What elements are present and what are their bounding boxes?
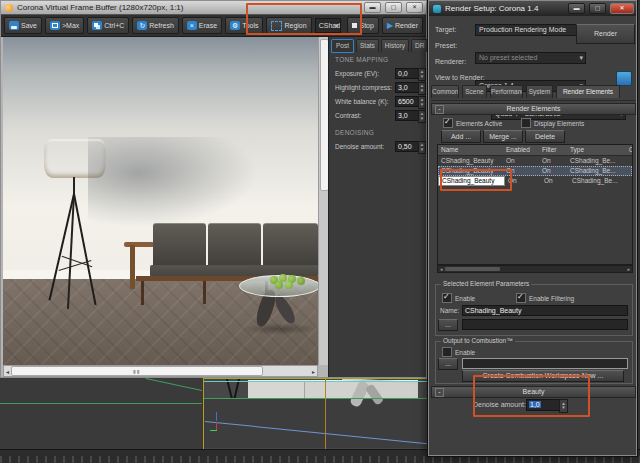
spinner[interactable]: ▲▼: [559, 399, 568, 413]
cell-type: CShading_Be...: [567, 156, 626, 166]
region-button[interactable]: Region: [266, 17, 311, 34]
elements-active-checkbox[interactable]: Elements Active: [443, 118, 502, 128]
h-scroll-thumb[interactable]: ▮▮: [11, 366, 263, 376]
tab-render-elements[interactable]: Render Elements: [556, 85, 620, 98]
display-elements-checkbox[interactable]: Display Elements: [521, 118, 584, 128]
image-horizontal-scrollbar[interactable]: ◂ ▮▮ ▸: [3, 365, 318, 377]
tab-stats[interactable]: Stats: [356, 39, 379, 52]
combustion-enable-checkbox[interactable]: Enable: [442, 347, 475, 357]
preset-select[interactable]: No preset selected: [475, 52, 586, 64]
enable-checkbox[interactable]: Enable: [442, 293, 475, 303]
spinner-down-icon[interactable]: ▼: [420, 148, 424, 153]
tab-scene[interactable]: Scene: [462, 85, 487, 98]
vfb-title: Corona Virtual Frame Buffer (1280x720px,…: [17, 3, 183, 12]
spinner[interactable]: ▲▼: [418, 110, 426, 123]
tab-system[interactable]: System: [526, 85, 553, 98]
checkbox-icon[interactable]: [443, 118, 453, 128]
delete-button[interactable]: Delete: [525, 130, 565, 143]
collapse-minus-icon[interactable]: -: [435, 105, 444, 114]
beauty-denoise-field[interactable]: 1,0: [526, 399, 562, 411]
col-output[interactable]: Ou: [626, 145, 632, 155]
checkbox-icon[interactable]: [521, 118, 531, 128]
send-to-max-button[interactable]: >Max: [45, 17, 84, 34]
combustion-path-field[interactable]: [462, 358, 628, 369]
maximize-icon[interactable]: ▢: [589, 3, 606, 14]
tab-label: System: [529, 88, 551, 95]
spinner[interactable]: ▲▼: [418, 96, 426, 109]
name-edit-field[interactable]: CShading_Beauty: [438, 176, 505, 186]
render-elements-rollout-header[interactable]: - Render Elements: [431, 103, 636, 115]
add-button[interactable]: Add ...: [441, 130, 481, 143]
image-vertical-scrollbar[interactable]: [318, 37, 328, 365]
cell-name: CShading_Beauty: [438, 166, 503, 176]
copy-button[interactable]: Ctrl+C: [87, 17, 129, 34]
spinner[interactable]: ▲▼: [418, 141, 426, 154]
spinner-down-icon[interactable]: ▼: [561, 406, 565, 411]
combustion-browse-button[interactable]: ...: [438, 358, 458, 370]
spinner-down-icon[interactable]: ▼: [420, 117, 424, 122]
col-name[interactable]: Name: [438, 145, 503, 155]
list-scroll-thumb[interactable]: [445, 267, 500, 271]
table-row-selected[interactable]: CShading_Beauty On On CShading_Be...: [438, 166, 632, 176]
maximize-icon[interactable]: ▢: [385, 2, 402, 13]
col-enabled[interactable]: Enabled: [503, 145, 539, 155]
tab-post[interactable]: Post: [331, 39, 354, 53]
table-row-editing[interactable]: CShading_Beauty On On CShading_Be...: [438, 176, 632, 186]
camera-viewport[interactable]: [203, 378, 432, 450]
merge-button[interactable]: Merge ...: [483, 130, 523, 143]
table-row[interactable]: CShading_Beauty On On CShading_Be...: [438, 156, 632, 166]
enable-filtering-checkbox[interactable]: Enable Filtering: [516, 293, 574, 303]
rs-render-button[interactable]: Render: [576, 24, 635, 44]
list-scrollbar[interactable]: ◂ ▸: [437, 265, 633, 273]
output-path-field[interactable]: [462, 319, 628, 330]
tools-button[interactable]: ⚙Tools: [225, 17, 263, 34]
spinner[interactable]: ▲▼: [418, 68, 426, 81]
tab-performance[interactable]: Performance: [490, 85, 523, 98]
scroll-right-icon[interactable]: ▸: [310, 368, 317, 375]
col-type[interactable]: Type: [567, 145, 626, 155]
tab-common[interactable]: Common: [431, 85, 459, 98]
tab-history[interactable]: History: [381, 39, 409, 52]
spinner-down-icon[interactable]: ▼: [420, 89, 424, 94]
tab-dr[interactable]: DR: [411, 39, 428, 52]
elements-list[interactable]: Name Enabled Filter Type Ou CShading_Bea…: [437, 144, 633, 265]
spinner-down-icon[interactable]: ▼: [420, 103, 424, 108]
element-name-field[interactable]: CShading_Beauty: [462, 305, 628, 316]
save-button[interactable]: Save: [4, 17, 42, 34]
save-icon: [9, 21, 19, 30]
add-label: Add ...: [451, 133, 471, 140]
minimize-icon[interactable]: ▬: [568, 3, 585, 14]
spinner[interactable]: ▲▼: [418, 82, 426, 95]
refresh-button[interactable]: ↻Refresh: [132, 17, 179, 34]
render-button[interactable]: ▶Render: [382, 17, 423, 34]
spinner-down-icon[interactable]: ▼: [420, 75, 424, 80]
cell-enabled: On: [503, 166, 539, 176]
denoising-header: DENOISING: [335, 129, 374, 136]
erase-button[interactable]: ×Erase: [182, 17, 222, 34]
close-icon[interactable]: ✕: [610, 3, 634, 14]
target-select[interactable]: Production Rendering Mode: [475, 24, 586, 36]
create-combustion-workspace-button[interactable]: Create Combustion Workspace Now ...: [462, 370, 624, 382]
minimize-icon[interactable]: ▬: [364, 2, 381, 13]
checkbox-icon[interactable]: [516, 293, 526, 303]
viewport-lock-icon[interactable]: [616, 71, 632, 86]
checkbox-icon[interactable]: [442, 347, 452, 357]
beauty-rollout-header[interactable]: - Beauty: [431, 386, 636, 398]
checkbox-icon[interactable]: [442, 293, 452, 303]
vfb-titlebar[interactable]: Corona Virtual Frame Buffer (1280x720px,…: [1, 1, 426, 14]
group-title: Output to Combustion™: [441, 337, 515, 344]
browse-button[interactable]: ...: [438, 319, 458, 331]
collapse-minus-icon[interactable]: -: [435, 388, 444, 397]
close-icon[interactable]: ✕: [406, 2, 423, 13]
scroll-left-icon[interactable]: ◂: [4, 368, 11, 375]
scroll-left-icon[interactable]: ◂: [438, 266, 445, 272]
render-image[interactable]: [3, 37, 318, 365]
scroll-right-icon[interactable]: ▸: [625, 266, 632, 272]
rs-titlebar[interactable]: Render Setup: Corona 1.4 ▬ ▢ ✕: [429, 1, 636, 16]
stop-button[interactable]: Stop: [347, 17, 378, 34]
group-title: Selected Element Parameters: [441, 280, 531, 287]
col-filter[interactable]: Filter: [539, 145, 567, 155]
left-viewport[interactable]: [0, 378, 202, 449]
channel-select[interactable]: CShading_Beauty: [315, 18, 342, 33]
checkbox-label: Enable: [455, 349, 475, 356]
